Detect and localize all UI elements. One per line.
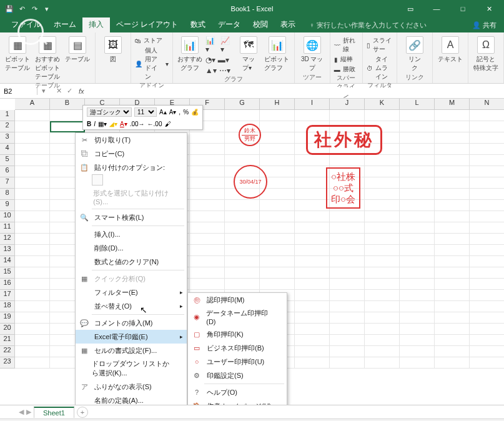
row-header-18[interactable]: 18 (0, 301, 14, 312)
row-header-20[interactable]: 20 (0, 324, 14, 335)
row-header-17[interactable]: 17 (0, 290, 14, 301)
tab-review[interactable]: 校閲 (247, 17, 274, 32)
chart-pie-icon[interactable]: ◔▾ (205, 56, 215, 64)
col-header-G[interactable]: G (225, 99, 260, 109)
sheet-tab-sheet1[interactable]: Sheet1 (34, 407, 74, 418)
minimize-icon[interactable]: — (424, 5, 449, 13)
ctx-filter[interactable]: フィルター(E)▸ (76, 285, 187, 299)
sheet-nav-next-icon[interactable]: ▶ (26, 408, 31, 416)
sub-help[interactable]: ?ヘルプ(O) (188, 385, 287, 399)
share-button[interactable]: 👤 共有 (465, 18, 504, 32)
chart-bar-icon[interactable]: ▬▾ (218, 56, 229, 64)
undo-icon[interactable]: ↶ (17, 4, 26, 13)
ctx-clear[interactable]: 数式と値のクリア(N) (76, 255, 187, 269)
ctx-furigana[interactable]: アふりがなの表示(S) (76, 380, 187, 394)
cancel-formula-icon[interactable]: ✕ (56, 87, 62, 95)
my-addins-button[interactable]: 👤個人用アドイン ▾ (135, 46, 169, 81)
timeline-button[interactable]: ⏱ タイムライン (367, 55, 393, 81)
italic-icon[interactable]: I (94, 121, 96, 127)
fx-icon[interactable]: fx (79, 87, 88, 95)
ctx-insert-comment[interactable]: 💬コメントの挿入(M) (76, 316, 187, 330)
redo-icon[interactable]: ↷ (30, 4, 39, 13)
sub-settings[interactable]: ⚙印鑑設定(S) (188, 369, 287, 382)
slicer-button[interactable]: ▯ スライサー (367, 36, 393, 54)
name-box[interactable]: B2 (0, 87, 37, 95)
row-header-4[interactable]: 4 (0, 144, 14, 155)
row-header-3[interactable]: 3 (0, 132, 14, 144)
percent-style-icon[interactable]: % (183, 109, 189, 116)
ribbon-options-icon[interactable]: ▭ (398, 5, 423, 13)
col-header-J[interactable]: J (330, 99, 365, 109)
accounting-format-icon[interactable]: 💰 (191, 109, 199, 116)
row-header-12[interactable]: 12 (0, 234, 14, 245)
sub-dataname[interactable]: ◉データネーム印押印(D) (188, 307, 287, 327)
col-header-A[interactable]: A (15, 99, 50, 109)
chart-col-icon[interactable]: 📊▾ (205, 36, 218, 54)
ctx-format-cells[interactable]: ▦セルの書式設定(F)... (76, 344, 187, 357)
ctx-delete[interactable]: 削除(D)... (76, 241, 187, 255)
row-header-14[interactable]: 14 (0, 256, 14, 267)
paste-option-1[interactable] (92, 174, 103, 186)
row-header-5[interactable]: 5 (0, 155, 14, 166)
maximize-icon[interactable]: □ (450, 5, 475, 13)
col-header-K[interactable]: K (365, 99, 400, 109)
ctx-excel-einkan[interactable]: Excel電子印鑑(E)▸ (76, 330, 187, 344)
namebox-dropdown-icon[interactable]: ▾ (37, 87, 50, 95)
increase-decimal-icon[interactable]: .00→ (130, 121, 145, 127)
col-header-B[interactable]: B (50, 99, 85, 109)
sub-mitome[interactable]: ㊞認印押印(M) (188, 293, 287, 307)
formula-input[interactable] (88, 87, 504, 95)
tab-data[interactable]: データ (212, 17, 247, 32)
ctx-sort[interactable]: 並べ替え(O)▸ (76, 299, 187, 313)
decrease-decimal-icon[interactable]: ←.00 (147, 121, 162, 127)
sheet-nav-prev-icon[interactable]: ◀ (19, 408, 24, 416)
tab-view[interactable]: 表示 (274, 17, 302, 32)
qat-dropdown-icon[interactable]: ▾ (42, 4, 51, 13)
ctx-insert[interactable]: 挿入(I)... (76, 227, 187, 241)
row-header-7[interactable]: 7 (0, 177, 14, 189)
col-header-N[interactable]: N (470, 99, 504, 109)
save-icon[interactable]: 💾 (5, 4, 14, 13)
col-header-M[interactable]: M (435, 99, 470, 109)
col-header-L[interactable]: L (400, 99, 435, 109)
row-header-8[interactable]: 8 (0, 189, 14, 200)
row-header-15[interactable]: 15 (0, 267, 14, 279)
tell-me[interactable]: ♀ 実行したい作業を入力してください (309, 21, 426, 32)
add-sheet-button[interactable]: + (77, 407, 88, 418)
link-button[interactable]: 🔗リン ク (401, 34, 428, 72)
row-header-16[interactable]: 16 (0, 279, 14, 290)
font-color-icon[interactable]: A▾ (120, 121, 127, 127)
col-header-H[interactable]: H (260, 99, 295, 109)
tab-file[interactable]: ファイル (5, 17, 47, 32)
maps-button[interactable]: 🗺マップ▾ (235, 34, 262, 72)
table-button[interactable]: ▤テーブル (64, 34, 91, 64)
sub-kakuin[interactable]: ▢角印押印(K) (188, 327, 287, 341)
comma-style-icon[interactable]: , (179, 109, 180, 116)
row-header-10[interactable]: 10 (0, 211, 14, 222)
sparkline-column-button[interactable]: ▮ 縦棒 (334, 55, 359, 64)
sub-business[interactable]: ▭ビジネス印押印(B) (188, 341, 287, 355)
ctx-dropdown-list[interactable]: ドロップダウン リストから選択(K)... (76, 357, 187, 380)
border-icon[interactable]: ▦▾ (98, 121, 107, 127)
mini-font-select[interactable]: 游ゴシック (87, 107, 132, 117)
row-header-21[interactable]: 21 (0, 335, 14, 346)
chart-line-icon[interactable]: 📈▾ (220, 36, 233, 54)
tab-insert[interactable]: 挿入 (82, 17, 110, 32)
corporate-stamp[interactable]: ○社株 ○○式 印○会 (326, 167, 360, 209)
sparkline-line-button[interactable]: 〰 折れ線 (334, 36, 359, 54)
row-header-1[interactable]: 1 (0, 110, 14, 121)
ctx-define-name[interactable]: 名前の定義(A)... (76, 394, 187, 405)
row-header-22[interactable]: 22 (0, 346, 14, 357)
format-painter-icon[interactable]: 🖌 (165, 121, 171, 127)
ctx-smart-lookup[interactable]: 🔍スマート検索(L) (76, 210, 187, 224)
tab-formulas[interactable]: 数式 (184, 17, 212, 32)
chart-area-icon[interactable]: ▲▾ (205, 66, 217, 75)
sub-user[interactable]: ○ユーザー印押印(U) (188, 355, 287, 369)
text-button[interactable]: Aテキスト (437, 34, 464, 64)
row-header-9[interactable]: 9 (0, 200, 14, 211)
symbols-button[interactable]: Ω記号と 特殊文字 (472, 34, 500, 72)
recommended-pivot-button[interactable]: ▦おすすめ ピボットテーブル (34, 34, 61, 81)
tab-pagelayout[interactable]: ページ レイアウト (110, 17, 184, 32)
store-button[interactable]: 🛍ストア (135, 36, 169, 45)
sub-homepage[interactable]: 🏠作者ホームページ(H) (188, 399, 287, 405)
